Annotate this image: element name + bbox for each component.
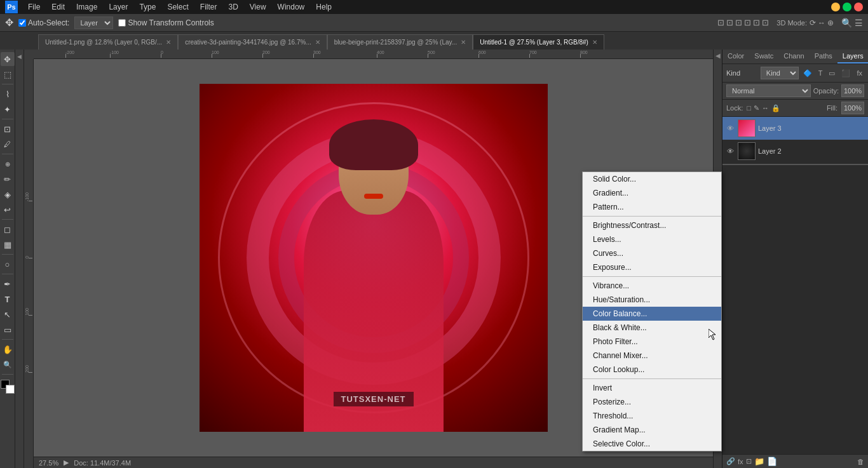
- dropdown-levels[interactable]: Levels...: [583, 232, 721, 246]
- dropdown-curves[interactable]: Curves...: [583, 246, 721, 260]
- dropdown-gradient-map[interactable]: Gradient Map...: [583, 423, 721, 437]
- dropdown-photo-filter[interactable]: Photo Filter...: [583, 335, 721, 349]
- dropdown-color-balance[interactable]: Color Balance...: [583, 307, 721, 321]
- dropdown-threshold[interactable]: Threshold...: [583, 409, 721, 423]
- adjustment-layer-dropdown: Solid Color... Gradient... Pattern... Br…: [582, 171, 722, 451]
- dropdown-pattern[interactable]: Pattern...: [583, 200, 721, 214]
- dropdown-overlay[interactable]: Solid Color... Gradient... Pattern... Br…: [0, 0, 868, 468]
- dropdown-color-lookup[interactable]: Color Lookup...: [583, 363, 721, 377]
- dropdown-selective-color[interactable]: Selective Color...: [583, 437, 721, 451]
- dropdown-vibrance[interactable]: Vibrance...: [583, 279, 721, 293]
- dropdown-posterize[interactable]: Posterize...: [583, 395, 721, 409]
- dropdown-channel-mixer[interactable]: Channel Mixer...: [583, 349, 721, 363]
- dropdown-sep-1: [583, 216, 721, 217]
- dropdown-hue-saturation[interactable]: Hue/Saturation...: [583, 293, 721, 307]
- dropdown-exposure[interactable]: Exposure...: [583, 260, 721, 274]
- dropdown-sep-3: [583, 378, 721, 379]
- dropdown-sep-2: [583, 276, 721, 277]
- dropdown-black-white[interactable]: Black & White...: [583, 321, 721, 335]
- dropdown-solid-color[interactable]: Solid Color...: [583, 172, 721, 186]
- dropdown-invert[interactable]: Invert: [583, 381, 721, 395]
- dropdown-gradient[interactable]: Gradient...: [583, 186, 721, 200]
- dropdown-brightness-contrast[interactable]: Brightness/Contrast...: [583, 218, 721, 232]
